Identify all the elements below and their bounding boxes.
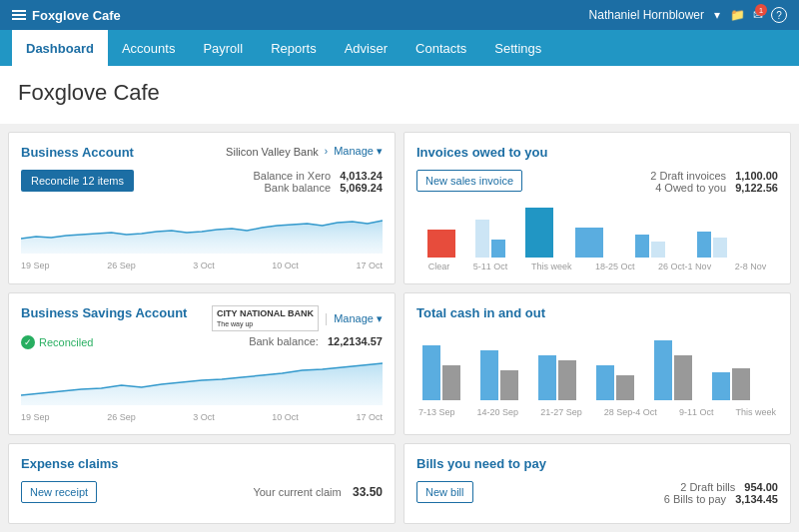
expense-title: Expense claims — [21, 456, 119, 471]
inv-date-3: This week — [531, 262, 572, 271]
chevron-down-icon: ▾ — [714, 8, 720, 22]
nav-contacts[interactable]: Contacts — [401, 30, 480, 66]
savings-balance-row: ✓ Reconciled Bank balance: 12,2134.57 — [21, 335, 383, 349]
date-label-4: 10 Oct — [272, 261, 299, 270]
svg-rect-12 — [500, 370, 518, 400]
draft-invoices-row: 2 Draft invoices 1,100.00 — [650, 170, 778, 182]
svg-rect-6 — [651, 242, 665, 258]
cash-date-6: This week — [735, 407, 776, 417]
new-bill-button[interactable]: New bill — [416, 481, 473, 503]
business-manage-link[interactable]: Manage ▾ — [334, 145, 383, 158]
dashboard-grid: Business Account Silicon Valley Bank › M… — [8, 132, 791, 524]
invoice-actions-row: New sales invoice 2 Draft invoices 1,100… — [416, 170, 778, 194]
help-icon[interactable]: ? — [771, 7, 787, 23]
folder-icon[interactable]: 📁 — [730, 8, 745, 22]
nav-payroll[interactable]: Payroll — [189, 30, 257, 66]
svg-rect-3 — [525, 208, 553, 258]
total-cash-dates: 7-13 Sep 14-20 Sep 21-27 Sep 28 Sep-4 Oc… — [416, 407, 778, 417]
reconcile-button[interactable]: Reconcile 12 items — [21, 170, 134, 192]
inv-date-2: 5-11 Oct — [473, 262, 508, 271]
savings-balance-info: Bank balance: 12,2134.57 — [249, 335, 383, 347]
new-receipt-button[interactable]: New receipt — [21, 481, 97, 503]
cash-date-5: 9-11 Oct — [679, 407, 714, 417]
sav-date-4: 10 Oct — [272, 412, 299, 422]
svg-rect-16 — [616, 375, 634, 400]
bills-to-pay-amount: 3,134.45 — [735, 493, 778, 505]
nav-adviser[interactable]: Adviser — [331, 30, 401, 66]
bank-balance-row: Bank balance 5,069.24 — [253, 182, 383, 194]
svg-rect-0 — [427, 230, 455, 258]
draft-bills-row: 2 Draft bills 954.00 — [664, 481, 778, 493]
owed-invoices-row: 4 Owed to you 9,122.56 — [650, 182, 778, 194]
nav-bar: Dashboard Accounts Payroll Reports Advis… — [0, 30, 799, 66]
cash-date-1: 7-13 Sep — [418, 407, 455, 417]
savings-account-card: Business Savings Account CITY NATIONAL B… — [8, 292, 396, 435]
mail-icon[interactable]: ✉ 1 — [753, 8, 763, 22]
svg-rect-15 — [596, 365, 614, 400]
sav-date-2: 26 Sep — [107, 412, 136, 422]
expense-row: New receipt Your current claim 33.50 — [21, 481, 383, 503]
total-cash-chart — [416, 330, 778, 405]
invoice-stats: 2 Draft invoices 1,100.00 4 Owed to you … — [650, 170, 778, 194]
inv-date-5: 26 Oct-1 Nov — [658, 262, 711, 271]
bank-link-icon: › — [325, 146, 328, 157]
nav-dashboard[interactable]: Dashboard — [12, 30, 108, 66]
nav-settings[interactable]: Settings — [480, 30, 555, 66]
svg-rect-4 — [575, 228, 603, 258]
draft-bills-amount: 954.00 — [744, 481, 778, 493]
svg-rect-7 — [697, 232, 711, 258]
total-cash-title: Total cash in and out — [416, 305, 545, 320]
check-circle-icon: ✓ — [21, 335, 35, 349]
svg-rect-13 — [538, 355, 556, 400]
sav-date-1: 19 Sep — [21, 412, 50, 422]
invoices-title: Invoices owed to you — [416, 145, 547, 160]
mail-badge: 1 — [755, 4, 767, 16]
logo-icon — [12, 10, 26, 20]
svg-rect-17 — [654, 340, 672, 400]
bank-balance-label: Bank balance — [264, 182, 331, 194]
date-label-5: 17 Oct — [356, 261, 383, 270]
bills-title: Bills you need to pay — [416, 456, 546, 471]
business-account-header: Business Account Silicon Valley Bank › M… — [21, 145, 383, 166]
app-name: Foxglove Cafe — [32, 8, 121, 23]
svg-rect-10 — [442, 365, 460, 400]
business-account-card: Business Account Silicon Valley Bank › M… — [8, 132, 396, 284]
savings-account-chart — [21, 355, 383, 410]
balance-xero-label: Balance in Xero — [253, 170, 331, 182]
inv-date-1: Clear — [428, 262, 450, 271]
nav-accounts[interactable]: Accounts — [108, 30, 189, 66]
owed-invoices-amount: 9,122.56 — [735, 182, 778, 194]
page-title: Foxglove Cafe — [18, 80, 781, 106]
nav-reports[interactable]: Reports — [257, 30, 331, 66]
reconciled-label: Reconciled — [39, 336, 93, 348]
bank-balance-value: 5,069.24 — [340, 182, 383, 194]
top-bar-icons: 📁 ✉ 1 ? — [730, 7, 787, 23]
savings-bank-balance-value: 12,2134.57 — [328, 335, 383, 347]
new-invoice-button[interactable]: New sales invoice — [416, 170, 522, 192]
business-balance-info: Balance in Xero 4,013.24 Bank balance 5,… — [253, 170, 383, 194]
expense-claim-info: Your current claim 33.50 — [253, 485, 383, 499]
current-claim-value: 33.50 — [353, 485, 383, 499]
date-label-3: 3 Oct — [193, 261, 215, 270]
business-bank-name: Silicon Valley Bank — [226, 146, 319, 158]
svg-rect-19 — [712, 372, 730, 400]
svg-rect-18 — [674, 355, 692, 400]
cash-date-4: 28 Sep-4 Oct — [604, 407, 657, 417]
svg-rect-1 — [475, 220, 489, 258]
savings-manage-link[interactable]: Manage ▾ — [334, 312, 383, 325]
sav-date-3: 3 Oct — [193, 412, 215, 422]
current-claim-label: Your current claim — [253, 486, 341, 498]
invoices-chart-dates: Clear 5-11 Oct This week 18-25 Oct 26 Oc… — [416, 262, 778, 271]
expense-header: Expense claims — [21, 456, 383, 477]
svg-rect-20 — [732, 368, 750, 400]
cash-date-2: 14-20 Sep — [477, 407, 519, 417]
date-label-1: 19 Sep — [21, 261, 50, 270]
date-label-2: 26 Sep — [107, 261, 136, 270]
inv-date-6: 2-8 Nov — [735, 262, 767, 271]
expense-claims-card: Expense claims New receipt Your current … — [8, 443, 396, 524]
bills-to-pay-label: 6 Bills to pay — [664, 493, 726, 505]
main-area: Business Account Silicon Valley Bank › M… — [0, 124, 799, 532]
draft-invoices-label: 2 Draft invoices — [650, 170, 726, 182]
svg-rect-11 — [480, 350, 498, 400]
svg-rect-8 — [713, 238, 727, 258]
